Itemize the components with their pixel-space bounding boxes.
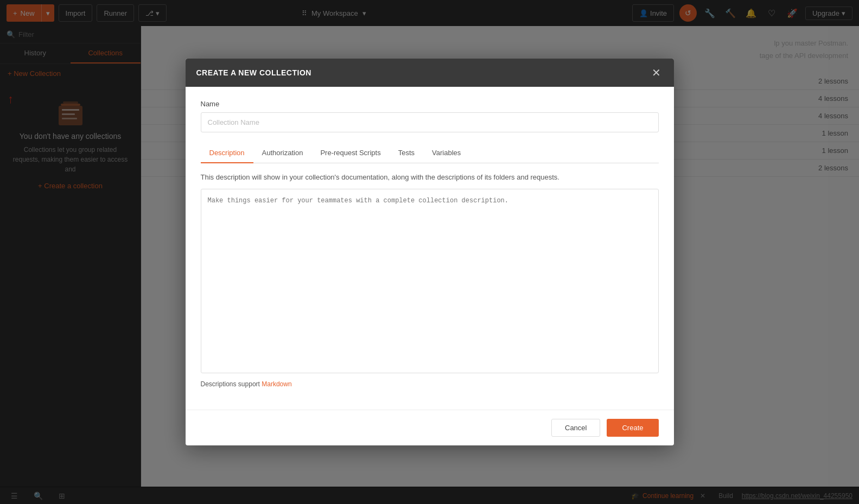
collection-name-input[interactable] [201, 112, 659, 132]
tab-tests[interactable]: Tests [390, 143, 423, 163]
create-button[interactable]: Create [607, 419, 658, 437]
tab-content-description: This description will show in your colle… [201, 163, 659, 397]
cancel-button[interactable]: Cancel [551, 419, 600, 437]
modal-title: CREATE A NEW COLLECTION [196, 68, 311, 77]
tab-description[interactable]: Description [201, 143, 253, 163]
modal-overlay: CREATE A NEW COLLECTION ✕ Name Descripti… [0, 0, 859, 504]
modal-tabs: Description Authorization Pre-request Sc… [201, 143, 659, 163]
modal-footer: Cancel Create [186, 410, 674, 445]
description-textarea[interactable] [201, 189, 659, 373]
modal-body: Name Description Authorization Pre-reque… [186, 87, 674, 410]
markdown-link[interactable]: Markdown [262, 380, 291, 388]
modal-header: CREATE A NEW COLLECTION ✕ [186, 59, 674, 87]
markdown-note: Descriptions support Markdown [201, 380, 659, 388]
tab-pre-request-scripts[interactable]: Pre-request Scripts [311, 143, 389, 163]
name-field-label: Name [201, 100, 659, 108]
create-collection-modal: CREATE A NEW COLLECTION ✕ Name Descripti… [186, 59, 674, 446]
tab-authorization[interactable]: Authorization [253, 143, 312, 163]
description-info: This description will show in your colle… [201, 172, 659, 183]
modal-close-button[interactable]: ✕ [650, 67, 663, 78]
tab-variables[interactable]: Variables [423, 143, 469, 163]
